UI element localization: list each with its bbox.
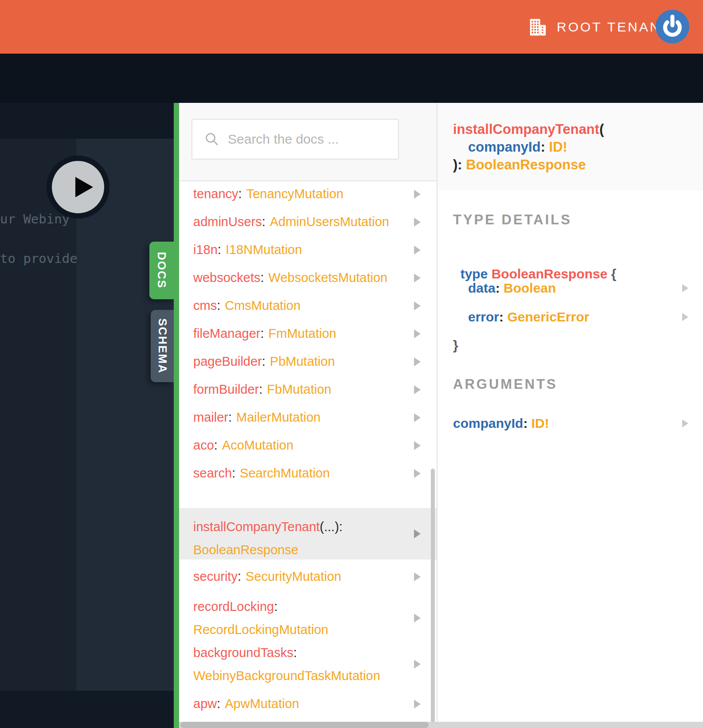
chevron-right-icon[interactable] [414,274,421,282]
chevron-right-icon[interactable] [414,660,421,669]
doc-field-row[interactable]: formBuilder:FbMutation [179,376,437,403]
editor-code-panel [76,139,174,691]
chevron-right-icon[interactable] [414,246,421,254]
chevron-right-icon[interactable] [414,614,421,622]
doc-field-row[interactable]: apw:ApwMutation [179,690,437,718]
vertical-scrollbar-thumb[interactable] [431,469,435,723]
doc-field-row[interactable]: security:SecurityMutation [179,563,437,591]
signature-line-1: installCompanyTenant( [453,121,604,138]
doc-field-row[interactable]: search:SearchMutation [179,459,437,487]
argument-row[interactable]: companyId: ID! [437,414,703,433]
doc-field-row[interactable]: fileManager:FmMutation [179,320,437,348]
execute-query-button[interactable] [47,156,109,219]
chevron-right-icon[interactable] [414,301,421,310]
tenant-selector[interactable]: ROOT TENANT [527,0,671,54]
doc-field-row[interactable]: adminUsers:AdminUsersMutation [179,208,437,236]
horizontal-scrollbar-thumb[interactable] [180,722,429,728]
chevron-right-icon[interactable] [414,441,421,450]
type-close-brace: } [453,338,458,353]
doc-field-row-selected[interactable]: installCompanyTenant(...): BooleanRespon… [179,508,437,560]
doc-field-row[interactable]: mailer:MailerMutation [179,403,437,431]
building-icon [527,17,548,37]
chevron-right-icon[interactable] [414,385,421,394]
chevron-right-icon[interactable] [682,284,688,292]
power-logo-button[interactable] [655,9,690,44]
session-tab-bar: adless CMS - Preview API + [0,54,703,103]
chevron-right-icon[interactable] [682,419,688,427]
signature-line-2: companyId: ID! [468,138,567,156]
chevron-right-icon[interactable] [682,313,688,321]
play-button-circle [52,161,104,213]
search-input[interactable] [227,131,397,147]
arguments-heading: ARGUMENTS [453,376,558,392]
chevron-right-icon[interactable] [414,329,421,338]
type-field-row[interactable]: error: GenericError [437,307,703,327]
chevron-right-icon[interactable] [414,529,421,538]
docs-tab-label: DOCS [155,252,168,289]
chevron-right-icon[interactable] [414,700,421,708]
docs-search-box[interactable] [191,119,399,160]
doc-field-row[interactable]: websockets:WebsocketsMutation [179,264,437,292]
doc-field-row[interactable]: cms:CmsMutation [179,292,437,320]
doc-field-row[interactable]: backgroundTasks: WebinyBackgroundTaskMut… [179,641,437,687]
doc-field-row[interactable]: tenancy:TenancyMutation [179,180,437,208]
editor-code-line: to provide [0,251,78,266]
doc-field-row[interactable]: pageBuilder:PbMutation [179,348,437,376]
docs-panel-accent-edge[interactable] [174,103,179,728]
search-icon [204,131,220,147]
chevron-right-icon[interactable] [414,572,421,581]
type-details-heading: TYPE DETAILS [453,212,572,228]
play-icon [75,177,93,197]
type-declaration-line: type BooleanResponse { [453,251,616,282]
chevron-right-icon[interactable] [414,218,421,227]
tab-docs[interactable]: DOCS [149,242,174,299]
chevron-right-icon[interactable] [414,413,421,422]
doc-field-row[interactable]: recordLocking: RecordLockingMutation [179,595,437,641]
tab-schema[interactable]: SCHEMA [151,310,174,382]
chevron-right-icon[interactable] [414,190,421,199]
doc-field-row[interactable]: aco:AcoMutation [179,431,437,459]
type-field-row[interactable]: data: Boolean [437,278,703,298]
top-bar: ROOT TENANT [0,0,703,54]
chevron-right-icon[interactable] [414,469,421,478]
signature-line-3: ): BooleanResponse [453,156,586,174]
chevron-right-icon[interactable] [414,357,421,366]
tenant-label: ROOT TENANT [557,20,671,35]
editor-code-line: ur Webiny [0,211,70,227]
schema-tab-label: SCHEMA [156,318,169,374]
doc-field-row[interactable]: i18n:I18NMutation [179,236,437,264]
